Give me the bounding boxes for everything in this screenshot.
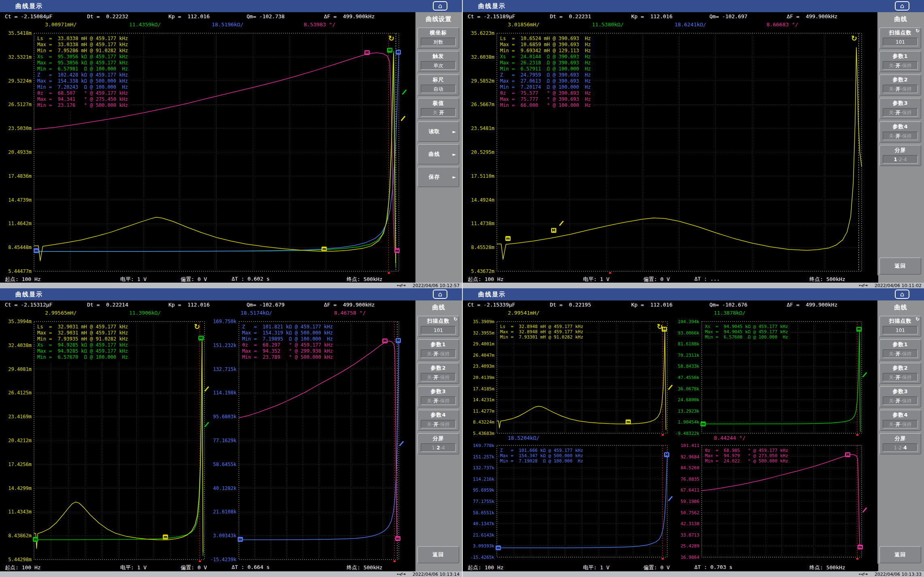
value-option: -4 (440, 445, 445, 451)
y-axis-label: 23.5030m (2, 126, 32, 131)
button-value: 关-开-保持 (883, 373, 918, 381)
button-save[interactable]: 保存► (417, 167, 459, 187)
axis-scale-label: 18.6241kΩ/ (675, 21, 706, 28)
button-read[interactable]: 读取► (417, 121, 459, 142)
value-option: -保持 (901, 422, 912, 427)
marker-min: m (505, 236, 511, 241)
y-axis-label: 17.4185m (464, 386, 494, 391)
home-icon[interactable]: ⌂ (895, 290, 909, 299)
button-label: 分屏 (880, 145, 921, 154)
measurement-value: Qm= -102.676 (709, 302, 747, 308)
button-back[interactable]: 返回 (417, 546, 459, 563)
button-param2[interactable]: 参数2关-开-保持 (879, 363, 921, 384)
button-param2[interactable]: 参数2关-开-保持 (417, 363, 459, 384)
y-axis-label: -15.4239k (207, 557, 236, 562)
button-split-screen[interactable]: 分屏1-2-4 (879, 145, 921, 166)
sweep-repeat-icon: ↻ (194, 322, 200, 331)
button-param4[interactable]: 参数4关-开-保持 (879, 410, 921, 431)
button-label: 扫描点数 (418, 316, 459, 325)
scale-row: 3.00971mH/11.4359kΩ/18.5196kΩ/8.53983 °/ (0, 21, 415, 28)
axis-scale-label: 11.3878kΩ/ (714, 310, 745, 316)
marker-max: M (396, 338, 401, 343)
scale-row: 2.99541mH/11.3878kΩ/ (463, 309, 878, 317)
button-value: 关-开-保持 (883, 108, 918, 117)
button-extremum[interactable]: 极值关 开 (417, 98, 459, 119)
button-trigger[interactable]: 触发单次 (417, 51, 459, 72)
chart-area: 35.3909m32.3955m29.4001m26.4047m23.4093m… (463, 317, 878, 564)
button-label: 参数4 (880, 122, 921, 130)
y-axis-label: 114.216k (464, 476, 494, 481)
button-sweep-points[interactable]: 扫描点数101↻ (879, 28, 921, 49)
y-axis-label: 151.232k (207, 343, 236, 348)
measurement-value: Dt = 0.22214 (87, 302, 128, 308)
stat-line: Max = 32.9031 mH @ 459.177 kHz (37, 330, 128, 336)
button-value: 关-开-保持 (883, 132, 918, 140)
value-option: 关- (889, 398, 895, 404)
value-option: 关- (889, 133, 895, 139)
value-option: -保持 (901, 86, 912, 92)
home-icon[interactable]: ⌂ (895, 1, 909, 11)
stat-line: Min = 7.95286 mH @ 91.0282 kHz (37, 48, 128, 54)
button-split-screen[interactable]: 分屏1-2-4 (417, 433, 459, 454)
refresh-icon: ↻ (915, 316, 920, 322)
button-label: 返回 (880, 258, 921, 274)
stat-line: Max = 94.352 ° @ 299.938 kHz (242, 348, 333, 354)
button-param1[interactable]: 参数1关-开-保持 (879, 339, 921, 360)
axis-scale-label: 3.00971mH/ (45, 21, 77, 28)
value-option: 开 (896, 86, 901, 92)
value-option: 关- (889, 351, 895, 357)
marker-max: M (198, 336, 204, 341)
y-axis-label: 101.411 (669, 443, 699, 448)
home-icon[interactable]: ⌂ (433, 1, 447, 11)
button-param3[interactable]: 参数3关-开-保持 (417, 386, 459, 407)
value-option: -保持 (901, 63, 912, 68)
marker-min: m (34, 248, 39, 253)
y-axis-label: 77.1755k (464, 499, 494, 504)
sidebar-header: 曲线设置 (415, 12, 462, 26)
button-param3[interactable]: 参数3关-开-保持 (879, 386, 921, 407)
scale-row: 3.01856mH/11.5380kΩ/18.6241kΩ/8.66683 °/ (463, 21, 878, 28)
button-param3[interactable]: 参数3关-开-保持 (879, 98, 921, 119)
y-axis-label: 33.8713 (669, 532, 699, 537)
button-label: 参数2 (880, 363, 921, 372)
button-label: 参数4 (880, 410, 921, 419)
button-sweep-points[interactable]: 扫描点数101↻ (879, 316, 921, 337)
button-x-axis-mode[interactable]: 横坐标对数 (417, 28, 459, 49)
button-value: 关-开-保持 (421, 420, 456, 428)
y-axis-label: 50.7562 (669, 510, 699, 515)
value-option: 关- (889, 375, 895, 380)
sweep-info: 起点: 100 Hz (468, 564, 504, 571)
button-back[interactable]: 返回 (879, 258, 921, 275)
marker-max: M (856, 327, 862, 332)
button-param4[interactable]: 参数4关-开-保持 (879, 121, 921, 143)
y-axis-label: 93.0066k (669, 330, 699, 335)
axis-scale-label: 11.3906kΩ/ (129, 310, 161, 316)
value-option: -保持 (439, 351, 450, 357)
home-icon[interactable]: ⌂ (433, 290, 447, 299)
y-axis-label: 24.6800k (669, 397, 699, 402)
stat-line: Min = 7.20243 Ω @ 100.000 Hz (37, 84, 128, 90)
button-sweep-points[interactable]: 扫描点数101↻ (417, 316, 459, 337)
stat-line: θz = 68.507 ° @ 459.177 kHz (37, 90, 128, 96)
y-axis-label: 59.1986 (669, 499, 699, 504)
button-back[interactable]: 返回 (879, 546, 921, 563)
measurement-row: Ct = -2.15339μFDt = 0.22195Kp = 112.016Q… (463, 300, 878, 309)
value-option: 关- (427, 375, 433, 380)
button-param4[interactable]: 参数4关-开-保持 (417, 410, 459, 431)
button-param1[interactable]: 参数1关-开-保持 (417, 339, 459, 360)
stat-line: Max = 94.9045 kΩ @ 459.177 kHz (705, 329, 788, 334)
marker-min: m (496, 545, 501, 550)
button-param2[interactable]: 参数2关-开-保持 (879, 75, 921, 96)
button-param1[interactable]: 参数1关-开-保持 (879, 51, 921, 72)
y-axis-label: 14.4299m (2, 485, 32, 491)
stat-line: Z = 101.666 kΩ @ 459.177 kHz (500, 448, 583, 453)
submenu-arrow-icon: ► (453, 129, 456, 134)
button-curve[interactable]: 曲线► (417, 144, 459, 164)
button-value: 关-开-保持 (421, 349, 456, 358)
axis-scale-label: 8.44244 °/ (714, 435, 745, 441)
button-split-screen[interactable]: 分屏1-2-4 (879, 433, 921, 454)
button-label: 返回 (418, 547, 459, 563)
measurement-value: Qm= -102.738 (247, 13, 285, 19)
stat-line: Min = 6.57981 Ω @ 100.000 Hz (37, 66, 128, 72)
button-ruler[interactable]: 标尺自动 (417, 75, 459, 96)
